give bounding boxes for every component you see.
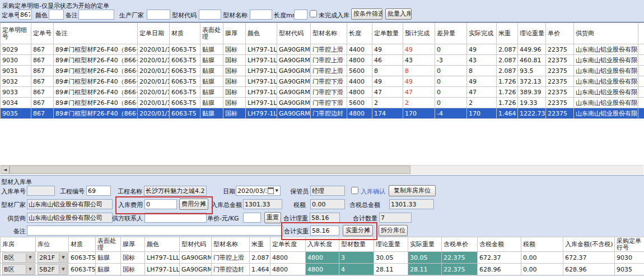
- scroll-left-icon[interactable]: ◄: [1, 165, 10, 174]
- project-no-input[interactable]: [86, 186, 111, 196]
- order-cell: LH797-1LL0: [246, 98, 277, 108]
- order-cell: 22375: [546, 108, 574, 119]
- order-cell: 0: [435, 87, 467, 98]
- location-row[interactable]: B区▼5B2F▼6063-T5贴膜国标LH797-1LL0GA90GRM05门带…: [1, 264, 644, 275]
- order-row[interactable]: 903486789#门框型材F26-F40（866+867）2020/01/13…: [1, 98, 644, 108]
- unit-price-label: 单价-元/KG: [207, 214, 239, 223]
- order-cell: LH797-1LL0: [246, 76, 277, 87]
- calendar-icon[interactable]: [268, 187, 274, 194]
- chevron-down-icon[interactable]: ▼: [26, 254, 34, 262]
- filter-by-condition-button[interactable]: 按条件筛选: [351, 8, 382, 20]
- total-theory-weight-input[interactable]: [310, 213, 340, 223]
- filter-length-input[interactable]: [294, 10, 307, 20]
- reset-button[interactable]: 重置: [264, 212, 281, 223]
- order-cell: 9034: [1, 98, 31, 108]
- unit-price-input[interactable]: [243, 213, 261, 223]
- tax-label: 税额: [293, 201, 306, 209]
- location-cell: 2R1F▼: [36, 252, 69, 264]
- actual-weight-share-button[interactable]: 实重分摊: [343, 225, 373, 236]
- order-row[interactable]: 903586789#门框型材F26-F40（866+867）2020/01/13…: [1, 108, 644, 119]
- order-cell: GA90GRM04: [277, 98, 311, 108]
- keeper-input[interactable]: [310, 186, 345, 196]
- order-cell: 贴膜: [200, 44, 223, 55]
- location-cell: 28.11: [374, 264, 408, 275]
- order-cell: 22375: [546, 66, 574, 76]
- order-cell: 8: [372, 66, 403, 76]
- inbound-fee-input[interactable]: [144, 199, 177, 209]
- filter-remark-input[interactable]: [78, 10, 114, 20]
- order-cell: LH797-1LL0: [246, 44, 277, 55]
- order-cell: 6063-T5: [170, 76, 200, 87]
- filter-profile-name-input[interactable]: [250, 10, 272, 20]
- supplier-input[interactable]: [27, 213, 113, 223]
- location-row[interactable]: B区▼2R1F▼6063-T5贴膜国标LH797-1LL0GA90GRM03门带…: [1, 252, 644, 264]
- filter-profile-name-label: 型材名称: [223, 11, 248, 20]
- order-cell: 2020/01/13: [138, 55, 170, 66]
- horizontal-scrollbar[interactable]: ◄: [1, 165, 643, 174]
- filter-profile-code-input[interactable]: [199, 10, 221, 20]
- copy-location-button[interactable]: 复制库房库位: [389, 185, 436, 196]
- chevron-down-icon[interactable]: ▼: [26, 265, 34, 274]
- order-cell: 2020/01/13: [138, 108, 170, 119]
- unfinished-inbound-checkbox[interactable]: [310, 10, 317, 17]
- inbound-confirm-checkbox[interactable]: [351, 187, 358, 194]
- order-cell: GA90GRM03: [277, 55, 311, 66]
- order-row[interactable]: 903186789#门框型材F26-F40（866+867）2020/01/13…: [1, 66, 644, 76]
- order-row[interactable]: 902986789#门框型材F26-F40（866+867）2020/01/13…: [1, 44, 644, 55]
- scrollbar-thumb[interactable]: [10, 165, 410, 174]
- order-cell: 49: [403, 44, 435, 55]
- order-cell: 49: [467, 44, 497, 55]
- order-column-header: 定单明细号: [1, 23, 31, 44]
- chevron-down-icon[interactable]: ▼: [59, 265, 67, 274]
- warehouse-combo[interactable]: B区▼: [2, 252, 35, 263]
- project-name-input[interactable]: [144, 186, 207, 196]
- filter-order-no-label: 定单号: [2, 11, 20, 20]
- order-table: 定单明细号定单号备注定单日期材质表面处理膜厚颜色型材代码型材名称长度定单数量预计…: [0, 22, 644, 119]
- inbound-remark-input[interactable]: [27, 226, 283, 236]
- order-cell: 2020/01/13: [138, 44, 170, 55]
- split-location-button[interactable]: 拆分库位: [379, 225, 408, 236]
- order-row[interactable]: 903386789#门框型材F26-F40（866+867）2020/01/13…: [1, 87, 644, 98]
- chevron-down-icon[interactable]: ▼: [275, 188, 280, 193]
- order-cell: 867: [31, 44, 54, 55]
- filter-manufacturer-input[interactable]: [147, 10, 170, 20]
- bin-combo[interactable]: 5B2F▼: [38, 264, 68, 275]
- order-cell: 国标: [223, 108, 246, 119]
- location-cell: 22.375: [442, 264, 478, 275]
- order-row[interactable]: 903286789#门框型材F26-F40（866+867）2020/01/13…: [1, 76, 644, 87]
- order-cell: 0: [435, 44, 467, 55]
- order-cell: 867: [31, 98, 54, 108]
- order-row[interactable]: 903086789#门框型材F26-F40（866+867）2020/01/13…: [1, 55, 644, 66]
- order-cell: 门带腔上滑: [311, 66, 347, 76]
- inbound-section-label: 型材入库单: [1, 178, 32, 186]
- factory-input[interactable]: [27, 199, 113, 209]
- filter-color-input[interactable]: [49, 10, 64, 20]
- keeper-label: 保管员: [290, 187, 309, 196]
- total-theory-weight-label: 合计理重: [283, 214, 308, 223]
- order-column-header: 实际完成: [467, 23, 497, 44]
- filter-order-no-input[interactable]: [18, 10, 32, 20]
- order-cell: 49: [372, 44, 403, 55]
- order-cell: 山东南山铝业股份有限公司: [574, 55, 638, 66]
- order-cell: 8: [403, 66, 435, 76]
- order-cell: 6063-T5: [170, 87, 200, 98]
- bin-combo[interactable]: 2R1F▼: [38, 252, 68, 263]
- total-actual-weight-input[interactable]: [310, 226, 339, 236]
- order-cell: [638, 76, 644, 87]
- fee-share-button[interactable]: 费用分摊: [179, 199, 208, 210]
- order-cell: 22375: [546, 76, 574, 87]
- warehouse-combo[interactable]: B区▼: [2, 264, 35, 275]
- batch-inbound-button[interactable]: 批量入库: [385, 8, 412, 20]
- order-cell: -4: [435, 108, 467, 119]
- receipt-no-input[interactable]: [27, 186, 55, 196]
- date-input[interactable]: 2020/03/31 ▼: [236, 186, 281, 196]
- total-quantity-input[interactable]: [379, 213, 412, 223]
- location-cell: 贴膜: [96, 252, 121, 264]
- total-amount-input[interactable]: [243, 199, 282, 209]
- total-with-tax-input[interactable]: [389, 199, 434, 209]
- chevron-down-icon[interactable]: ▼: [59, 254, 67, 262]
- supplier-contact-input[interactable]: [144, 213, 207, 223]
- tax-input[interactable]: [310, 199, 345, 209]
- combo-value: B区: [4, 254, 15, 262]
- order-cell: 47: [467, 87, 497, 98]
